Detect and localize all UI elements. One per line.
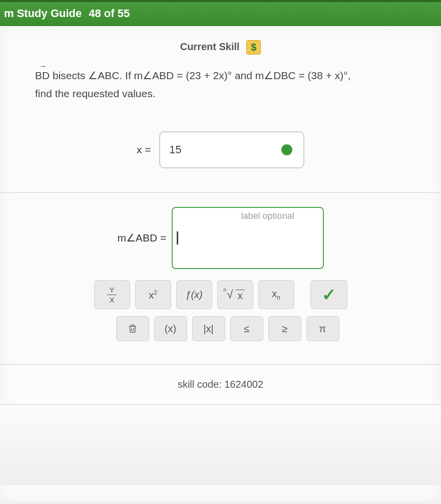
correct-dot-icon: [281, 144, 292, 155]
x-answer-box[interactable]: 15: [159, 131, 304, 168]
problem-line2: find the requested values.: [35, 88, 156, 99]
greater-equal-button[interactable]: ≥: [268, 316, 301, 341]
dollar-badge[interactable]: $: [246, 40, 261, 55]
abd-answer-box[interactable]: label optional: [172, 207, 324, 269]
function-label: ƒ(x): [185, 289, 202, 301]
angle-dbc: ∠DBC: [264, 70, 295, 81]
power-base: x: [149, 289, 154, 300]
skill-code-value: 1624002: [224, 379, 263, 390]
le-label: ≤: [244, 323, 249, 335]
power-button[interactable]: x2: [135, 280, 171, 309]
problem-frag: = (38 + x)°,: [296, 70, 351, 81]
root-degree: n: [223, 287, 226, 293]
delete-button[interactable]: [116, 316, 149, 341]
current-skill-label: Current Skill: [180, 41, 240, 52]
nth-root-button[interactable]: n x: [217, 280, 253, 309]
sub-base: x: [272, 288, 277, 299]
power-exp: 2: [154, 289, 157, 296]
less-equal-button[interactable]: ≤: [230, 316, 263, 341]
x-equals-label: x =: [137, 144, 151, 156]
check-icon: ✓: [322, 285, 336, 305]
root-radicand: x: [236, 290, 245, 302]
ray-bd: BD: [35, 67, 50, 85]
pi-label: π: [319, 323, 326, 335]
current-skill-row: Current Skill $: [0, 26, 441, 64]
submit-check-button[interactable]: ✓: [310, 280, 347, 309]
page-body: Current Skill $ BD bisects ∠ABC. If m∠AB…: [0, 26, 441, 502]
abs-label: |x|: [203, 323, 213, 335]
fraction-button[interactable]: Y X: [94, 280, 130, 309]
math-toolbar-row1: Y X x2 ƒ(x) n x xn ✓: [0, 280, 441, 309]
angle-abc: ∠ABC: [88, 70, 119, 81]
x-answer-value: 15: [169, 143, 181, 156]
trash-icon: [127, 323, 138, 334]
problem-frag: = (23 + 2x)° and m: [174, 70, 264, 81]
problem-text: BD bisects ∠ABC. If m∠ABD = (23 + 2x)° a…: [0, 64, 441, 112]
guide-title: m Study Guide: [4, 7, 82, 20]
skill-code-label: skill code:: [178, 379, 224, 390]
skill-code-row: skill code: 1624002: [0, 365, 441, 404]
paren-label: (x): [165, 323, 176, 335]
text-cursor-icon: [177, 231, 178, 244]
absolute-value-button[interactable]: |x|: [192, 316, 225, 341]
fraction-top: Y: [107, 286, 116, 295]
abd-equals-label: m∠ABD =: [117, 232, 166, 244]
abd-placeholder: label optional: [173, 211, 323, 221]
sub-sub: n: [277, 294, 280, 301]
problem-frag: bisects: [50, 70, 88, 81]
parentheses-button[interactable]: (x): [154, 316, 187, 341]
ge-label: ≥: [282, 323, 287, 335]
fraction-bottom: X: [109, 295, 114, 304]
progress-count: 48 of 55: [89, 7, 130, 20]
math-toolbar-row2: (x) |x| ≤ ≥ π: [0, 316, 441, 341]
angle-abd: ∠ABD: [143, 70, 174, 81]
problem-frag: . If m: [119, 70, 143, 81]
abd-input-row: m∠ABD = label optional Y X x2 ƒ(x) n x: [0, 193, 441, 351]
footer-space: [0, 404, 441, 485]
header-bar: m Study Guide 48 of 55: [0, 0, 441, 26]
x-input-row: x = 15: [0, 112, 441, 192]
pi-button[interactable]: π: [306, 316, 339, 341]
subscript-button[interactable]: xn: [258, 280, 294, 309]
function-button[interactable]: ƒ(x): [176, 280, 212, 309]
